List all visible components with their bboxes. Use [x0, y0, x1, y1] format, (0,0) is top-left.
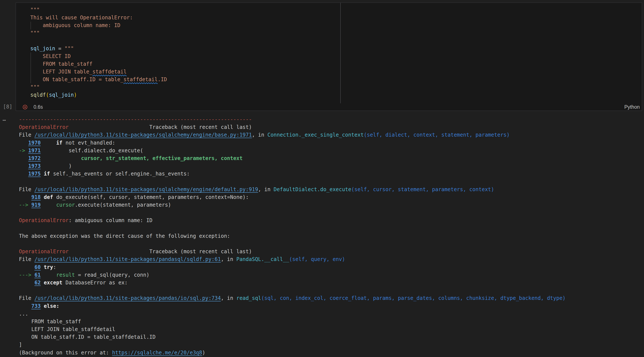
text-segment: Connection._exec_single_context: [268, 132, 364, 138]
cell-output-traceback: ----------------------------------------…: [19, 116, 566, 357]
notebook-editor: """This will cause OperationalError: amb…: [0, 0, 644, 357]
text-segment: LEFT JOIN table_: [30, 69, 92, 75]
text-segment: ON table_staff.ID = table_staffdetail.ID: [19, 334, 156, 340]
text-segment: This will cause OperationalError:: [30, 14, 133, 21]
text-segment: DefaultDialect.do_execute: [274, 186, 351, 192]
code-cell: """This will cause OperationalError: amb…: [16, 2, 642, 111]
text-segment: =: [55, 45, 64, 51]
text-segment: ON table_staff.ID = table_: [30, 76, 124, 82]
text-segment: Traceback (most recent call last): [68, 124, 252, 130]
output-line-17: [19, 240, 566, 248]
code-line-11: """: [30, 83, 167, 91]
text-segment: result: [56, 272, 75, 278]
line-number-link[interactable]: 60: [34, 264, 41, 270]
squiggle-flagged-text: staffdetail: [124, 76, 158, 82]
cell-language-picker[interactable]: Python: [624, 104, 640, 110]
text-segment: (sql, con, index_col, coerce_float, para…: [261, 295, 566, 301]
text-segment: (Background on this error at:: [19, 350, 112, 356]
text-segment: """: [30, 84, 40, 90]
text-segment: ----------------------------------------…: [19, 116, 252, 122]
output-line-21: ---> 61 result = read_sql(query, conn): [19, 271, 566, 279]
indent-guide: [30, 22, 31, 29]
execution-duration: 0.6s: [34, 104, 43, 110]
code-line-10: ON table_staff.ID = table_staffdetail.ID: [30, 76, 167, 83]
text-segment: ): [202, 350, 205, 356]
text-segment: read_sql: [236, 295, 261, 301]
text-segment: if: [44, 171, 50, 177]
text-segment: PandaSQL.__call__: [236, 256, 289, 262]
url-link[interactable]: https://sqlalche.me/e/20/e3q8: [112, 350, 202, 356]
text-segment: cursor: [56, 202, 75, 208]
line-number-link[interactable]: 919: [32, 202, 41, 208]
text-segment: (self, dialect, context, statement, para…: [364, 132, 510, 138]
output-line-15: [19, 224, 566, 232]
text-segment: LEFT JOIN table_staffdetail: [19, 326, 115, 332]
output-line-6: 1972 cursor, str_statement, effective_pa…: [19, 154, 566, 162]
text-segment: File: [19, 295, 34, 301]
editor-ruler: [340, 3, 341, 103]
text-segment: [19, 163, 28, 169]
line-number-link[interactable]: 733: [32, 303, 41, 309]
output-line-25: 733 else:: [19, 302, 566, 310]
output-line-24: File /usr/local/lib/python3.11/site-pack…: [19, 294, 566, 302]
file-link[interactable]: /usr/local/lib/python3.11/site-packages/…: [34, 132, 252, 138]
text-segment: : ambiguous column name: ID: [68, 217, 152, 223]
output-line-30: ]: [19, 341, 566, 349]
text-segment: File: [19, 186, 34, 192]
line-number-link[interactable]: 918: [32, 194, 41, 200]
text-segment: [41, 303, 44, 309]
line-number-link[interactable]: 1975: [28, 171, 41, 177]
text-segment: , in: [252, 132, 268, 138]
output-line-13: [19, 209, 566, 217]
line-number-link[interactable]: 1971: [28, 148, 41, 154]
line-number-link[interactable]: 1972: [28, 155, 41, 161]
text-segment: [19, 171, 28, 177]
indent-guide: [30, 52, 31, 83]
text-segment: """: [30, 7, 40, 13]
text-segment: , in: [258, 186, 274, 192]
cell-code-editor[interactable]: """This will cause OperationalError: amb…: [30, 6, 167, 99]
output-line-2: OperationalError Traceback (most recent …: [19, 123, 566, 131]
text-segment: [41, 140, 56, 146]
line-number-link[interactable]: 1973: [28, 163, 41, 169]
text-segment: do_execute(self, cursor, statement, para…: [53, 194, 249, 200]
file-link[interactable]: /usr/local/lib/python3.11/site-packages/…: [34, 256, 221, 262]
text-segment: (: [46, 92, 49, 98]
line-number-link[interactable]: 1970: [28, 140, 41, 146]
execution-count-label: [8]: [3, 104, 12, 111]
text-segment: .ID: [158, 76, 167, 82]
file-link[interactable]: /usr/local/lib/python3.11/site-packages/…: [34, 295, 221, 301]
code-line-7: SELECT ID: [30, 52, 167, 60]
file-link[interactable]: /usr/local/lib/python3.11/site-packages/…: [34, 186, 258, 192]
output-collapse-button[interactable]: ⋯: [2, 116, 6, 124]
text-segment: DatabaseError as ex:: [62, 280, 128, 286]
output-line-16: The above exception was the direct cause…: [19, 232, 566, 240]
line-number-link[interactable]: 62: [34, 280, 41, 286]
text-segment: FROM table_staff: [30, 61, 92, 67]
text-segment: [41, 171, 44, 177]
output-line-3: File /usr/local/lib/python3.11/site-pack…: [19, 131, 566, 139]
cell-status-bar: ✕ 0.6s Python: [16, 103, 642, 111]
line-number-link[interactable]: 61: [34, 272, 41, 278]
text-segment: ->: [19, 148, 28, 154]
code-line-3: ambiguous column name: ID: [30, 21, 167, 29]
text-segment: [41, 272, 56, 278]
output-line-8: 1975 if self._has_events or self.engine.…: [19, 170, 566, 178]
text-segment: [19, 303, 32, 309]
output-line-31: (Background on this error at: https://sq…: [19, 349, 566, 357]
text-segment: ...: [19, 311, 28, 317]
text-segment: ): [41, 163, 72, 169]
output-line-1: ----------------------------------------…: [19, 116, 566, 123]
output-line-26: ...: [19, 310, 566, 318]
text-segment: --->: [19, 272, 34, 278]
squiggle-flagged-text: staffdetail: [92, 69, 126, 75]
text-segment: , in: [221, 256, 236, 262]
text-segment: File: [19, 132, 34, 138]
text-segment: sql_join: [49, 92, 74, 98]
text-segment: ambiguous column name: ID: [30, 22, 120, 28]
text-segment: if: [56, 140, 62, 146]
text-segment: """: [30, 30, 40, 36]
text-segment: [19, 280, 34, 286]
output-line-7: 1973 ): [19, 162, 566, 170]
output-line-22: 62 except DatabaseError as ex:: [19, 279, 566, 287]
